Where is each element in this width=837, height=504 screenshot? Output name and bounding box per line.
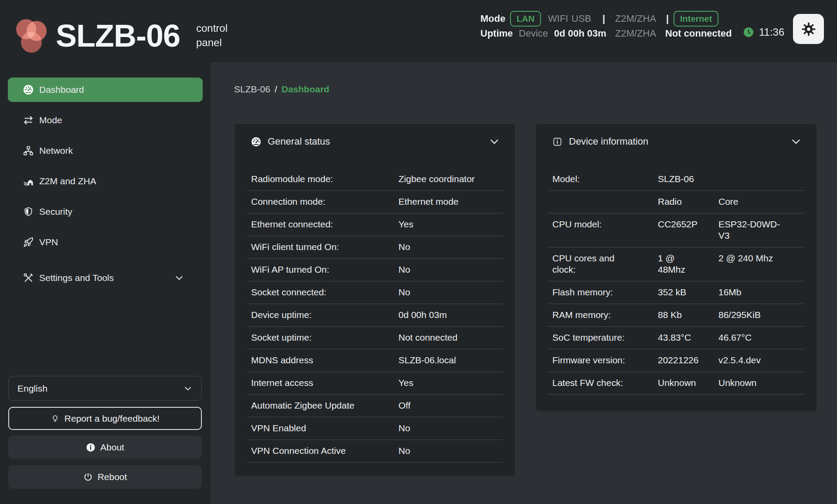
row-core-value: 2 @ 240 Mhz [718,253,790,275]
row-value: Yes [398,377,503,389]
row-radio-value: 43.83°C [658,332,701,343]
chevron-down-icon[interactable] [790,135,802,148]
rocket-icon [23,237,34,247]
row-label: Radiomodule mode: [251,173,398,185]
row-label: Flash memory: [552,287,639,298]
row-value: Yes [398,219,503,230]
table-row: Radiomodule mode:Zigbee coordinator [247,168,503,191]
table-row: Firmware version:20221226v2.5.4.dev [548,349,805,372]
slzb-logo [16,18,48,54]
about-button[interactable]: About [8,436,202,459]
mode-wifi-option[interactable]: WIFI [548,11,568,27]
sidebar-item-label: Mode [39,115,62,125]
sidebar: Dashboard Mode Network Z2M and ZHA Secur… [0,62,211,504]
table-row: Ethernet connected:Yes [247,213,503,236]
table-row: VPN EnabledNo [247,417,503,440]
row-radio-value: 20221226 [658,355,701,366]
row-label: RAM memory: [552,309,639,321]
row-label: Connection mode: [251,196,398,207]
card-title: General status [268,136,330,147]
info-circle-icon [86,443,95,452]
row-value: No [398,241,503,253]
table-row: MDNS addressSLZB-06.local [247,349,503,372]
table-row: Socket connected:No [247,281,503,304]
sidebar-item-network[interactable]: Network [8,139,203,163]
chevron-down-icon[interactable] [174,273,184,283]
row-label: VPN Enabled [251,423,398,434]
report-bug-button[interactable]: Report a bug/feedback! [8,407,202,430]
sitemap-icon [23,145,34,156]
report-bug-label: Report a bug/feedback! [65,413,160,424]
clock: 11:36 [743,26,784,38]
app-title: SLZB-06 [56,20,180,51]
row-label: Socket uptime: [251,332,398,343]
table-row: Connection mode:Ethernet mode [247,191,503,213]
sidebar-item-z2m-zha[interactable]: Z2M and ZHA [8,169,203,193]
row-value: Off [398,400,503,411]
row-radio-value: 88 Kb [658,309,701,321]
table-row: Flash memory:352 kB16Mb [548,281,805,304]
sidebar-item-label: Network [39,145,73,156]
row-radio-value: Unknown [658,377,701,389]
device-information-card: Device information Model:SLZB-06 RadioCo… [535,123,817,412]
z2m-zha-label: Z2M/ZHA [615,11,656,27]
mode-usb-option[interactable]: USB [572,11,591,27]
language-select[interactable]: English [8,376,202,401]
table-row: Model:SLZB-06 [548,168,805,191]
header-statusbar: Mode LAN WIFI USB | Z2M/ZHA | Internet U… [480,11,742,46]
sidebar-item-security[interactable]: Security [8,200,203,224]
reboot-button[interactable]: Reboot [8,465,202,489]
row-value: Not connected [398,332,503,343]
breadcrumb-root[interactable]: SLZB-06 [234,84,270,95]
separator: | [666,11,669,27]
clock-icon [743,27,754,37]
sidebar-item-label: Dashboard [39,85,84,95]
chevron-down-icon[interactable] [488,135,500,148]
general-status-header: General status [235,124,515,147]
table-row: Device uptime:0d 00h 03m [247,304,503,327]
sidebar-item-mode[interactable]: Mode [8,108,203,132]
row-value: No [398,287,503,298]
lightbulb-icon [51,414,60,423]
row-label: Firmware version: [552,355,639,366]
row-label: VPN Connection Active [251,445,398,457]
table-row: Latest FW check:UnknownUnknown [548,372,805,395]
mode-label: Mode [480,11,505,27]
device-information-header: Device information [536,124,817,147]
row-label: MDNS address [251,355,398,366]
mode-lan-badge[interactable]: LAN [510,11,541,27]
home-signal-icon [23,176,34,186]
table-row: Internet accessYes [247,372,503,395]
general-status-table: Radiomodule mode:Zigbee coordinator Conn… [247,168,503,463]
z2m-uptime-label: Z2M/ZHA [615,27,656,40]
settings-gear-button[interactable] [793,14,824,44]
general-status-card: General status Radiomodule mode:Zigbee c… [234,123,516,476]
row-label: WiFi client turned On: [251,241,398,253]
device-uptime-value: 0d 00h 03m [554,27,606,40]
clock-time: 11:36 [759,26,784,38]
row-radio-value: 352 kB [658,287,701,298]
card-title: Device information [569,136,648,147]
row-label: WiFi AP turned On: [251,264,398,275]
about-label: About [100,442,124,453]
gauge-icon [23,85,34,95]
table-row: RadioCore [548,191,805,213]
sidebar-item-label: VPN [39,237,58,247]
row-label [552,196,639,207]
row-value: Ethernet mode [398,196,503,207]
row-label: CPU model: [552,219,639,241]
row-value: 0d 00h 03m [398,309,503,321]
sidebar-item-settings-tools[interactable]: Settings and Tools [8,266,203,290]
sidebar-item-label: Security [39,206,72,217]
row-core-value: 46.67°C [718,332,790,343]
sidebar-item-label: Z2M and ZHA [39,176,96,186]
sidebar-item-dashboard[interactable]: Dashboard [8,78,203,102]
sidebar-item-vpn[interactable]: VPN [8,230,203,254]
row-core-value: Core [718,196,790,207]
row-value: No [398,423,503,434]
row-radio-value: Radio [658,196,701,207]
app-subtitle: control panel [196,21,240,50]
table-row: Socket uptime:Not connected [247,327,503,349]
internet-badge: Internet [674,11,718,27]
row-radio-value: 1 @ 48Mhz [658,253,701,275]
